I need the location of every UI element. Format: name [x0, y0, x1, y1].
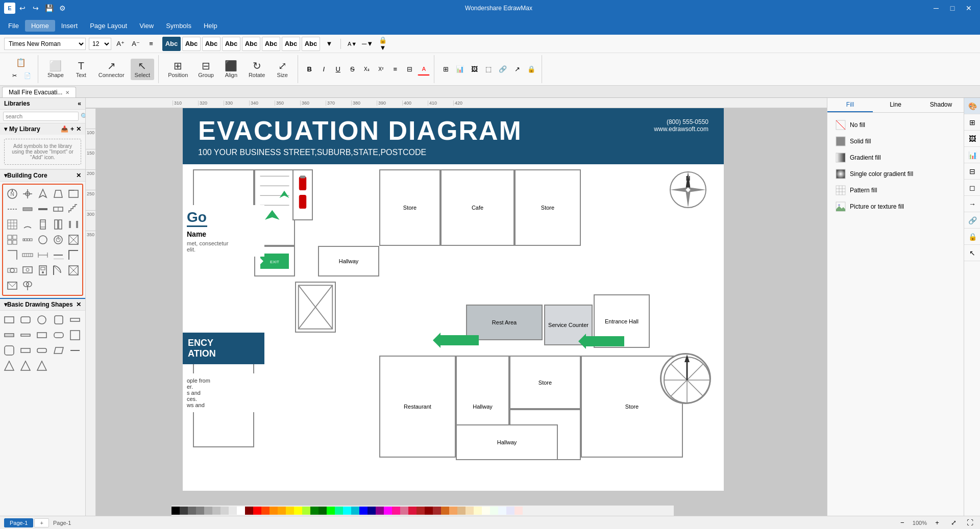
color-swatch-ff4500[interactable]: [261, 507, 270, 515]
menu-file[interactable]: File: [2, 20, 25, 32]
color-swatch-008000[interactable]: [310, 507, 318, 515]
shape-multi-wall[interactable]: [20, 233, 35, 247]
rpanel-chart-icon[interactable]: 📊: [964, 147, 980, 163]
room-store2[interactable]: Store: [379, 169, 440, 246]
chart-button[interactable]: 📊: [454, 63, 466, 75]
shape-compass[interactable]: N: [5, 187, 19, 201]
link-button[interactable]: 🔗: [497, 63, 509, 75]
shape-grid[interactable]: [5, 217, 19, 232]
cut-button[interactable]: ✂: [8, 70, 20, 82]
shape-monitor[interactable]: [20, 263, 35, 278]
shape-door-swing[interactable]: [51, 263, 65, 278]
text-align-button[interactable]: ≡: [145, 38, 157, 50]
color-swatch-f5deb3[interactable]: [465, 507, 474, 515]
style-abc-4[interactable]: Abc: [222, 37, 240, 51]
line-tab[interactable]: Line: [873, 98, 918, 112]
canvas[interactable]: EVACUATION DIAGRAM 100 YOUR BUSINESS STR…: [96, 108, 827, 516]
rpanel-layers-icon[interactable]: ⊞: [964, 114, 980, 131]
table-button[interactable]: ⊞: [439, 63, 452, 75]
rpanel-shapes-icon[interactable]: ◻: [964, 180, 980, 196]
menu-insert[interactable]: Insert: [55, 20, 84, 32]
shape-wall[interactable]: [20, 202, 35, 216]
rpanel-arrow-icon[interactable]: →: [964, 196, 980, 212]
color-swatch-ffd700[interactable]: [286, 507, 294, 515]
my-library-add-icon[interactable]: +: [70, 125, 74, 133]
shape-dimension[interactable]: [36, 248, 50, 262]
shape-basic-rect2[interactable]: [68, 328, 82, 342]
strikethrough-button[interactable]: S: [346, 63, 358, 75]
color-swatch-00fa9a[interactable]: [335, 507, 343, 515]
shape-thick-line[interactable]: [36, 202, 50, 216]
shape-button[interactable]: ⬜ Shape: [43, 59, 68, 80]
color-swatch-696969[interactable]: [188, 507, 196, 515]
color-swatch-b22222[interactable]: [416, 507, 425, 515]
shape-x-rect[interactable]: [66, 263, 81, 278]
my-library-close-icon[interactable]: ✕: [76, 125, 81, 133]
shape-basic-rounded3[interactable]: [35, 343, 49, 358]
shape-dash-line[interactable]: [5, 202, 19, 216]
hallway-top[interactable]: Hallway: [318, 246, 379, 276]
picture-fill-option[interactable]: Picture or texture fill: [831, 198, 960, 215]
close-button[interactable]: ✕: [962, 3, 976, 13]
color-swatch-ff00ff[interactable]: [384, 507, 392, 515]
style-abc-3[interactable]: Abc: [202, 37, 220, 51]
bold-button[interactable]: B: [303, 63, 315, 75]
copy-button[interactable]: 📄: [21, 70, 34, 82]
shape-basic-line[interactable]: [68, 343, 82, 358]
minimize-button[interactable]: ─: [929, 3, 943, 13]
style-abc-2[interactable]: Abc: [182, 37, 201, 51]
color-swatch-e6e6fa[interactable]: [506, 507, 514, 515]
color-swatch-a52a2a[interactable]: [433, 507, 441, 515]
menu-page-layout[interactable]: Page Layout: [84, 20, 133, 32]
superscript-button[interactable]: X²: [375, 63, 387, 75]
color-swatch-000000[interactable]: [172, 507, 180, 515]
layers-button[interactable]: ⬚: [482, 63, 495, 75]
shape-basic-rect[interactable]: [2, 313, 16, 327]
redo-button[interactable]: ↪: [30, 2, 42, 14]
menu-home[interactable]: Home: [25, 20, 55, 32]
shape-trapezoid[interactable]: [51, 187, 65, 201]
color-swatch-deb887[interactable]: [457, 507, 465, 515]
single-gradient-fill-option[interactable]: Single color gradient fill: [831, 166, 960, 182]
color-swatch-ff0000[interactable]: [253, 507, 261, 515]
shape-circle[interactable]: [36, 233, 50, 247]
shape-window[interactable]: [51, 202, 65, 216]
fire-ext-area[interactable]: [292, 169, 313, 220]
shape-corner[interactable]: [66, 248, 81, 262]
color-swatch-fffff0[interactable]: [482, 507, 490, 515]
menu-symbols[interactable]: Symbols: [160, 20, 198, 32]
format-button[interactable]: 🔒▼: [377, 38, 389, 50]
my-library-import-icon[interactable]: 📥: [61, 125, 68, 133]
building-core-close-icon[interactable]: ✕: [76, 172, 81, 179]
image-button[interactable]: 🖼: [468, 63, 480, 75]
sidebar-collapse-button[interactable]: «: [78, 100, 81, 107]
rpanel-link-icon[interactable]: 🔗: [964, 212, 980, 229]
color-swatch-fffacd[interactable]: [474, 507, 482, 515]
shape-plant[interactable]: [20, 279, 35, 293]
color-swatch-f4a460[interactable]: [449, 507, 457, 515]
select-button[interactable]: ↖ Select: [131, 59, 155, 80]
settings-icon[interactable]: ⚙: [56, 2, 68, 14]
color-swatch-808080[interactable]: [196, 507, 204, 515]
basic-shapes-close-icon[interactable]: ✕: [76, 301, 81, 308]
shape-basic-circle[interactable]: [35, 313, 49, 327]
gradient-fill-option[interactable]: Gradient fill: [831, 149, 960, 166]
group-button[interactable]: ⊟ Group: [194, 59, 218, 80]
shape-basic-rounded-rect[interactable]: [18, 313, 33, 327]
shape-basic-rounded2[interactable]: [2, 343, 16, 358]
list-button[interactable]: ≡: [389, 63, 401, 75]
menu-help[interactable]: Help: [198, 20, 224, 32]
floor-plan[interactable]: Store: [193, 169, 714, 486]
more-styles-button[interactable]: ▼: [323, 38, 335, 50]
color-swatch-00ffff[interactable]: [343, 507, 351, 515]
shape-column[interactable]: [51, 217, 65, 232]
page-tab-1[interactable]: Page-1: [4, 518, 33, 527]
room-cafe[interactable]: Cafe: [440, 169, 514, 246]
export-button[interactable]: ↗: [511, 63, 523, 75]
shape-basic-line-rect[interactable]: [2, 328, 16, 342]
color-swatch-00ff00[interactable]: [327, 507, 335, 515]
font-family-select[interactable]: Times New Roman Arial Calibri: [4, 38, 86, 50]
color-swatch-00008b[interactable]: [368, 507, 376, 515]
color-swatch-ffff00[interactable]: [294, 507, 302, 515]
shape-diagonal[interactable]: [66, 233, 81, 247]
